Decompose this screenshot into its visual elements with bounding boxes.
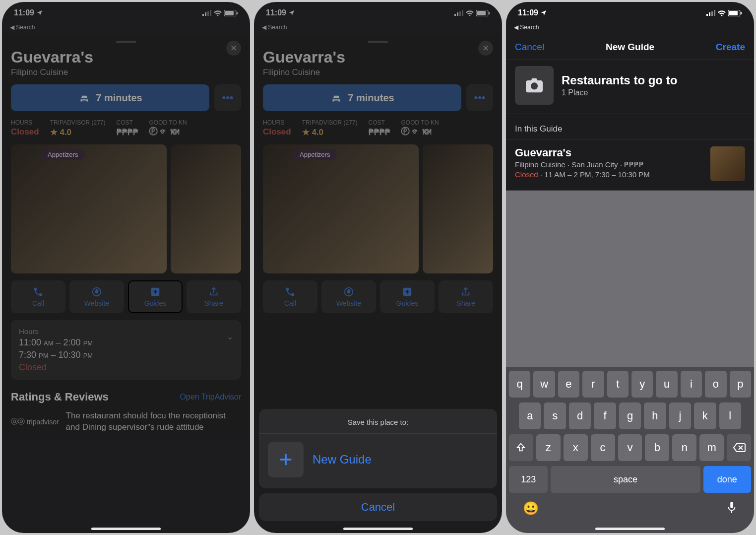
battery-icon	[224, 10, 238, 16]
space-key[interactable]: space	[551, 466, 700, 493]
key-g[interactable]: g	[619, 402, 641, 429]
status-bar: 11:09	[2, 2, 250, 24]
dictation-key[interactable]	[726, 501, 737, 518]
ratings-heading: Ratings & Reviews	[11, 391, 109, 403]
directions-button[interactable]: 7 minutes	[263, 84, 461, 111]
guide-item[interactable]: Guevarra's Filipino Cuisine · San Juan C…	[506, 139, 754, 191]
key-q[interactable]: q	[509, 371, 530, 398]
car-icon	[330, 92, 343, 103]
location-arrow-icon	[288, 9, 295, 16]
place-sheet: ✕ Guevarra's Filipino Cuisine 7 minutes …	[4, 34, 248, 440]
shift-key[interactable]	[509, 434, 533, 461]
phone-2-dim-layer: 11:09 ◀ Search ✕ Guevarra's Filipino Cui…	[254, 2, 502, 429]
home-indicator[interactable]	[343, 528, 413, 530]
close-icon[interactable]: ✕	[226, 41, 241, 56]
key-t[interactable]: t	[607, 371, 629, 398]
compass-icon	[343, 286, 354, 297]
plus-square-icon	[402, 286, 413, 297]
key-u[interactable]: u	[656, 371, 677, 398]
place-subtitle: Filipino Cuisine	[263, 67, 493, 77]
back-to-search[interactable]: ◀ Search	[254, 24, 502, 34]
create-button[interactable]: Create	[716, 42, 745, 53]
info-strip: HOURS Closed TRIPADVISOR (277) ★ 4.0 COS…	[11, 119, 241, 137]
new-guide-nav: Cancel New Guide Create	[506, 34, 754, 60]
cell-signal-icon	[706, 10, 715, 16]
sheet-grabber[interactable]	[116, 41, 136, 43]
home-indicator[interactable]	[91, 528, 161, 530]
website-button[interactable]: Website	[69, 280, 124, 313]
key-r[interactable]: r	[582, 371, 604, 398]
close-icon[interactable]: ✕	[478, 41, 493, 56]
key-m[interactable]: m	[699, 434, 724, 461]
new-guide-row[interactable]: New Guide	[259, 433, 497, 485]
key-h[interactable]: h	[644, 402, 666, 429]
svg-rect-20	[711, 11, 713, 16]
emoji-key[interactable]: 😀	[523, 501, 539, 518]
key-w[interactable]: w	[533, 371, 555, 398]
key-s[interactable]: s	[544, 402, 566, 429]
place-title: Guevarra's	[263, 48, 493, 67]
key-d[interactable]: d	[569, 402, 591, 429]
svg-rect-0	[202, 14, 204, 16]
photo-secondary[interactable]	[171, 144, 242, 273]
guide-item-name: Guevarra's	[515, 146, 650, 159]
photo-row[interactable]: Appetizers	[11, 144, 241, 273]
home-indicator[interactable]	[595, 528, 665, 530]
back-to-search[interactable]: ◀ Search	[506, 24, 754, 34]
hours-card[interactable]: Hours 11:00 AM – 2:00 PM 7:30 PM – 10:30…	[11, 320, 241, 380]
key-v[interactable]: v	[618, 434, 642, 461]
numbers-key[interactable]: 123	[509, 466, 548, 493]
good-to-know-label: GOOD TO KN	[149, 119, 187, 126]
svg-rect-25	[730, 502, 733, 508]
plus-icon	[268, 442, 304, 477]
phone-2: 11:09 ◀ Search ✕ Guevarra's Filipino Cui…	[254, 2, 502, 533]
guide-thumbnail[interactable]	[515, 66, 554, 105]
call-button[interactable]: Call	[11, 280, 65, 313]
ellipsis-icon: •••	[222, 91, 233, 104]
key-c[interactable]: c	[591, 434, 615, 461]
hours-value: Closed	[11, 127, 39, 137]
photo-main[interactable]: Appetizers	[11, 144, 167, 273]
key-j[interactable]: j	[669, 402, 691, 429]
done-key[interactable]: done	[703, 466, 751, 493]
open-tripadvisor-link[interactable]: Open TripAdvisor	[180, 393, 241, 401]
sheet-grabber[interactable]	[368, 41, 388, 43]
share-button[interactable]: Share	[439, 280, 493, 313]
directions-button[interactable]: 7 minutes	[11, 84, 209, 111]
key-e[interactable]: e	[558, 371, 579, 398]
new-guide-label: New Guide	[313, 453, 372, 467]
share-button[interactable]: Share	[187, 280, 241, 313]
website-button[interactable]: Website	[321, 280, 376, 313]
guides-button[interactable]: Guides	[128, 280, 183, 313]
key-y[interactable]: y	[631, 371, 653, 398]
guide-name-input[interactable]: Restaurants to go to	[562, 73, 677, 87]
key-x[interactable]: x	[564, 434, 588, 461]
key-n[interactable]: n	[672, 434, 696, 461]
save-sheet-title: Save this place to:	[259, 418, 497, 433]
key-p[interactable]: p	[730, 371, 751, 398]
key-l[interactable]: l	[719, 402, 741, 429]
cancel-button[interactable]: Cancel	[515, 42, 544, 53]
key-k[interactable]: k	[694, 402, 716, 429]
call-button[interactable]: Call	[263, 280, 317, 313]
key-f[interactable]: f	[594, 402, 616, 429]
svg-rect-2	[207, 11, 209, 16]
phone-icon	[285, 286, 296, 297]
guides-button[interactable]: Guides	[380, 280, 435, 313]
shift-icon	[515, 442, 526, 453]
backspace-key[interactable]	[727, 434, 751, 461]
key-o[interactable]: o	[705, 371, 726, 398]
guide-header: Restaurants to go to 1 Place	[506, 60, 754, 114]
key-a[interactable]: a	[519, 402, 541, 429]
key-z[interactable]: z	[536, 434, 561, 461]
back-to-search[interactable]: ◀ Search	[2, 24, 250, 34]
more-button[interactable]: •••	[466, 84, 493, 111]
svg-rect-23	[729, 11, 738, 15]
svg-rect-9	[454, 14, 456, 16]
key-i[interactable]: i	[681, 371, 702, 398]
key-b[interactable]: b	[645, 434, 669, 461]
cancel-button[interactable]: Cancel	[259, 493, 497, 521]
more-button[interactable]: •••	[214, 84, 241, 111]
hours-card-label: Hours	[19, 327, 233, 335]
save-sheet: Save this place to: New Guide	[259, 409, 497, 488]
